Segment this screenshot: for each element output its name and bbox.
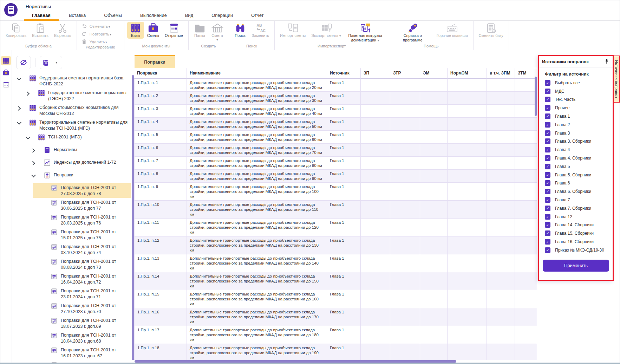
- table-row[interactable]: 1.Пр.1. п. 6 Дополнительные транспортные…: [134, 144, 537, 157]
- filter-option[interactable]: ✓ Тех. Часть: [539, 96, 613, 104]
- tree-item[interactable]: Поправки для ТСН-2001 от 08.08.2024 г. д…: [12, 257, 131, 272]
- table-row[interactable]: 1.Пр.1. п. 1 Дополнительные транспортные…: [134, 79, 537, 92]
- filter-option[interactable]: ✓ Глава 16. Сборники: [539, 238, 613, 246]
- filter-option[interactable]: ✓ Глава 6. Сборники: [539, 187, 613, 196]
- pin-icon[interactable]: [604, 59, 609, 64]
- side-strip-button[interactable]: [1, 68, 11, 77]
- table-header-cell[interactable]: Поправка: [134, 68, 187, 79]
- checkbox-checked-icon[interactable]: ✓: [545, 247, 550, 253]
- ribbon-button[interactable]: Смета▼: [209, 22, 226, 43]
- tree-item[interactable]: Индексы для дополнений 1-72: [12, 158, 131, 170]
- table-row[interactable]: 1.Пр.1. п.13 Дополнительные транспортные…: [134, 254, 537, 272]
- table-row[interactable]: 1.Пр.1. п.10 Дополнительные транспортные…: [134, 201, 537, 219]
- tree-expander-icon[interactable]: [16, 105, 22, 111]
- tree-expander-icon[interactable]: [31, 160, 36, 165]
- checkbox-checked-icon[interactable]: ✓: [545, 222, 550, 228]
- ribbon-button[interactable]: Горячие клавиши▼: [434, 22, 470, 39]
- tree-item[interactable]: Поправки для ТСН-2001 от 15.01.2025 г. д…: [12, 227, 131, 242]
- filter-option[interactable]: ✓ Глава 7. Сборники: [539, 204, 613, 213]
- table-row[interactable]: 1.Пр.1. п. 2 Дополнительные транспортные…: [134, 92, 537, 105]
- checkbox-checked-icon[interactable]: ✓: [545, 147, 550, 152]
- ribbon-button[interactable]: Вырезать▼: [52, 22, 74, 39]
- tree-item[interactable]: Поправки для ТСН-2001 от 27.10.2023 г. д…: [12, 301, 131, 316]
- ribbon-button[interactable]: Поиск▼: [232, 22, 249, 39]
- checkbox-checked-icon[interactable]: ✓: [545, 122, 550, 128]
- horizontal-scrollbar[interactable]: [135, 360, 456, 363]
- ribbon-tab[interactable]: Операции: [211, 12, 233, 21]
- table-row[interactable]: 1.Пр.1. п.11 Дополнительные транспортные…: [134, 219, 537, 236]
- tree-item[interactable]: Нормативы: [12, 145, 131, 158]
- ribbon-button[interactable]: Открытые▼: [162, 22, 185, 39]
- checkbox-checked-icon[interactable]: ✓: [545, 80, 550, 86]
- apply-button[interactable]: Применить: [543, 260, 609, 272]
- ribbon-button[interactable]: Экспорт сметы▼: [309, 22, 344, 39]
- tree-item[interactable]: Сборник стоимостных нормативов для Москв…: [12, 103, 131, 118]
- tree-item[interactable]: Государственные сметные нормативы (ГЭСН)…: [12, 88, 131, 103]
- ribbon-button[interactable]: Удалить▼: [80, 39, 121, 45]
- ribbon-button[interactable]: Вставить▼: [30, 22, 51, 39]
- filter-option[interactable]: ✓ Глава 4. Сборники: [539, 154, 613, 162]
- checkbox-checked-icon[interactable]: ✓: [545, 206, 550, 211]
- table-row[interactable]: 1.Пр.1. п.16 Дополнительные транспортные…: [134, 308, 537, 326]
- ribbon-tab[interactable]: Объёмы: [104, 12, 122, 21]
- checkbox-checked-icon[interactable]: ✓: [545, 230, 550, 236]
- tree-item[interactable]: Поправки для ТСН-2001 от 30.06.2025 г. д…: [12, 198, 131, 213]
- hide-bases-button[interactable]: [16, 56, 31, 69]
- tree-item[interactable]: Поправки: [12, 170, 131, 183]
- checkbox-checked-icon[interactable]: ✓: [545, 164, 550, 169]
- ribbon-button[interactable]: Сметы▼: [145, 22, 162, 39]
- checkbox-checked-icon[interactable]: ✓: [545, 214, 550, 220]
- filter-option[interactable]: ✓ Выбрать все: [539, 79, 613, 87]
- table-row[interactable]: 1.Пр.1. п.14 Дополнительные транспортные…: [134, 272, 537, 290]
- checkbox-checked-icon[interactable]: ✓: [545, 105, 550, 111]
- side-strip-button[interactable]: [1, 56, 11, 65]
- checkbox-checked-icon[interactable]: ✓: [545, 113, 550, 119]
- checkbox-checked-icon[interactable]: ✓: [545, 172, 550, 178]
- checkbox-checked-icon[interactable]: ✓: [545, 130, 550, 136]
- tree-expander-icon[interactable]: [16, 120, 22, 125]
- table-row[interactable]: 1.Пр.1. п. 9 Дополнительные транспортные…: [134, 183, 537, 201]
- table-header-cell[interactable]: Источник: [327, 68, 361, 79]
- filter-option[interactable]: ✓ Глава 3: [539, 129, 613, 137]
- checkbox-checked-icon[interactable]: ✓: [545, 180, 550, 186]
- ribbon-tab[interactable]: Вид: [185, 12, 194, 21]
- tree-item[interactable]: Поправки для ТСН-2001 от 28.03.2025 г. д…: [12, 213, 131, 227]
- filter-option[interactable]: ✓ Глава 6: [539, 179, 613, 188]
- checkbox-checked-icon[interactable]: ✓: [545, 239, 550, 245]
- tree-item[interactable]: Поправки для ТСН-2001 от 18.04.2023 г. д…: [12, 331, 131, 345]
- table-row[interactable]: 1.Пр.1. п. 3 Дополнительные транспортные…: [134, 105, 537, 118]
- filter-option[interactable]: ✓ Глава 3. Сборники: [539, 137, 613, 146]
- ribbon-button[interactable]: ABAC Заменить▼: [249, 22, 272, 39]
- tree-expander-icon[interactable]: [31, 147, 36, 153]
- table-row[interactable]: 1.Пр.1. п. 5 Дополнительные транспортные…: [134, 131, 537, 144]
- filter-option[interactable]: ✓ Глава 7: [539, 196, 613, 204]
- checkbox-checked-icon[interactable]: ✓: [545, 97, 550, 102]
- vertical-scrollbar[interactable]: [535, 77, 537, 116]
- filter-option[interactable]: ✓ Глава 12: [539, 213, 613, 221]
- tree-item[interactable]: ТСН-2001 (МГЭ): [12, 132, 131, 145]
- side-strip-button[interactable]: [1, 80, 11, 89]
- table-header-cell[interactable]: ЭМ: [420, 68, 448, 79]
- ribbon-button[interactable]: Папка▼: [191, 22, 208, 39]
- table-header-cell[interactable]: ЗТМ: [515, 68, 537, 79]
- table-header-cell[interactable]: Наименование: [187, 68, 327, 79]
- table-row[interactable]: 1.Пр.1. п. 4 Дополнительные транспортные…: [134, 118, 537, 131]
- ribbon-button[interactable]: Справка о программе▼: [392, 22, 433, 43]
- table-row[interactable]: 1.Пр.1. п.15 Дополнительные транспортные…: [134, 290, 537, 308]
- table-row[interactable]: 1.Пр.1. п.17 Дополнительные транспортные…: [134, 326, 537, 344]
- table-header-cell[interactable]: ЗП: [361, 68, 390, 79]
- tree-item[interactable]: Поправки для ТСН-2001 от 16.01.2023 г. д…: [12, 345, 131, 360]
- filter-option[interactable]: ✓ МДС: [539, 87, 613, 96]
- ribbon-button[interactable]: Сменить базу▼: [476, 22, 506, 39]
- ribbon-button[interactable]: Импорт сметы▼: [278, 22, 308, 39]
- sources-panel-tab[interactable]: Источники поправок: [613, 56, 620, 103]
- table-row[interactable]: 1.Пр.1. п.12 Дополнительные транспортные…: [134, 236, 537, 254]
- filter-option[interactable]: ✓ Глава 1: [539, 112, 613, 121]
- filter-option[interactable]: ✓ Глава 5: [539, 162, 613, 171]
- document-tab-popravki[interactable]: Поправки: [135, 55, 175, 68]
- ribbon-tab[interactable]: Отчет: [251, 12, 264, 21]
- filter-option[interactable]: ✓ Глава 14. Сборники: [539, 221, 613, 229]
- tree-view-button[interactable]: ▼: [40, 56, 62, 69]
- filter-option[interactable]: ✓ Глава 15. Сборники: [539, 229, 613, 238]
- ribbon-tab[interactable]: Выполнение: [140, 12, 167, 21]
